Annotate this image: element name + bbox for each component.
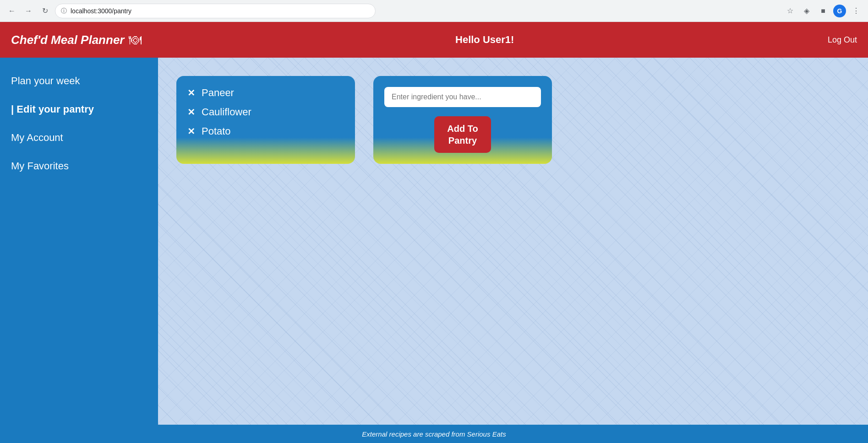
app-footer: External recipes are scraped from Seriou… (0, 425, 868, 443)
lock-icon: ⓘ (61, 7, 67, 15)
page-content: ✕ Paneer ✕ Cauliflower ✕ Potato Add (158, 58, 868, 425)
logout-button[interactable]: Log Out (828, 35, 857, 45)
pantry-card: ✕ Paneer ✕ Cauliflower ✕ Potato (176, 76, 355, 164)
sidebar: Plan your week Edit your pantry My Accou… (0, 58, 158, 425)
back-button[interactable]: ← (5, 5, 18, 17)
remove-cauliflower-button[interactable]: ✕ (187, 108, 195, 117)
app: Chef'd Meal Planner 🍽 Hello User1! Log O… (0, 22, 868, 443)
profile-button[interactable]: ◈ (800, 5, 813, 17)
browser-chrome: ← → ↻ ⓘ localhost:3000/pantry ☆ ◈ ■ G ⋮ (0, 0, 868, 22)
pantry-item-cauliflower: ✕ Cauliflower (187, 106, 344, 118)
address-bar[interactable]: ⓘ localhost:3000/pantry (55, 4, 376, 18)
main-content: Plan your week Edit your pantry My Accou… (0, 58, 868, 425)
greeting: Hello User1! (142, 34, 827, 46)
url-text: localhost:3000/pantry (71, 7, 131, 15)
app-header: Chef'd Meal Planner 🍽 Hello User1! Log O… (0, 22, 868, 58)
extensions-button[interactable]: ■ (817, 5, 830, 17)
pantry-item-paneer-label: Paneer (202, 87, 234, 99)
forward-button[interactable]: → (22, 5, 35, 17)
pantry-item-potato-label: Potato (202, 125, 231, 137)
sidebar-item-edit-pantry[interactable]: Edit your pantry (0, 95, 158, 124)
add-ingredient-card: Add ToPantry (373, 76, 552, 164)
sidebar-item-plan-week[interactable]: Plan your week (0, 67, 158, 95)
logo-text: Chef'd Meal Planner (11, 33, 124, 47)
logo: Chef'd Meal Planner 🍽 (11, 32, 142, 48)
pantry-item-cauliflower-label: Cauliflower (202, 106, 251, 118)
browser-actions: ☆ ◈ ■ G ⋮ (784, 5, 863, 17)
menu-button[interactable]: ⋮ (850, 5, 863, 17)
ingredient-input[interactable] (384, 87, 541, 107)
content-row: ✕ Paneer ✕ Cauliflower ✕ Potato Add (176, 76, 850, 164)
sidebar-item-my-favorites[interactable]: My Favorites (0, 152, 158, 180)
footer-text: External recipes are scraped from Seriou… (362, 430, 506, 438)
pantry-item-potato: ✕ Potato (187, 125, 344, 137)
chef-icon: 🍽 (129, 32, 142, 48)
sidebar-item-my-account[interactable]: My Account (0, 124, 158, 152)
remove-potato-button[interactable]: ✕ (187, 127, 195, 136)
pantry-item-paneer: ✕ Paneer (187, 87, 344, 99)
reload-button[interactable]: ↻ (38, 5, 51, 17)
add-to-pantry-button[interactable]: Add ToPantry (434, 116, 491, 153)
remove-paneer-button[interactable]: ✕ (187, 88, 195, 97)
bookmark-button[interactable]: ☆ (784, 5, 797, 17)
user-avatar[interactable]: G (833, 5, 846, 17)
